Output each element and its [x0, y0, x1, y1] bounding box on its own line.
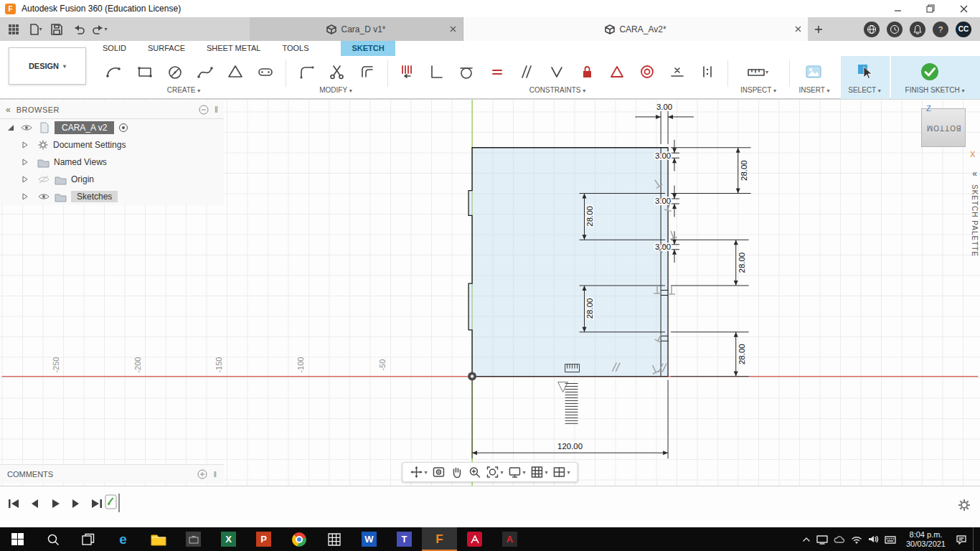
- browser-item-document-settings[interactable]: Document Settings: [0, 136, 224, 154]
- show-desktop-button[interactable]: [973, 527, 977, 551]
- timeline-sketch-feature[interactable]: [105, 494, 122, 512]
- save-button[interactable]: [47, 20, 66, 39]
- polygon-tool-button[interactable]: [222, 60, 248, 84]
- touch-keyboard-icon[interactable]: [885, 535, 896, 544]
- circle-plus-icon[interactable]: [197, 469, 207, 479]
- select-tool-button[interactable]: [852, 60, 878, 84]
- tab-close-button[interactable]: [450, 24, 456, 34]
- grid-settings-button[interactable]: ▾: [530, 465, 549, 479]
- sketch-profile[interactable]: [468, 148, 668, 377]
- minimize-button[interactable]: [881, 0, 914, 17]
- acrobat-taskbar-icon[interactable]: A: [492, 527, 527, 551]
- go-to-start-button[interactable]: [6, 496, 22, 512]
- task-view-button[interactable]: [70, 527, 105, 551]
- slot-tool-button[interactable]: [253, 60, 278, 84]
- powerpoint-taskbar-icon[interactable]: P: [246, 527, 281, 551]
- viewcube[interactable]: BOTTOM: [921, 108, 966, 147]
- edge-taskbar-icon[interactable]: e: [105, 527, 141, 551]
- curvature-constraint-button[interactable]: [604, 60, 630, 84]
- tab-close-button[interactable]: [795, 24, 801, 34]
- dimension-3mm-top[interactable]: 3.00: [635, 103, 694, 144]
- coincident-constraint-button[interactable]: [393, 60, 419, 84]
- app-grid-button[interactable]: [4, 20, 23, 39]
- go-to-end-button[interactable]: [89, 496, 105, 512]
- notifications-button[interactable]: [910, 22, 925, 37]
- help-button[interactable]: ?: [933, 22, 948, 37]
- browser-item-origin[interactable]: Origin: [0, 171, 224, 188]
- fillet-tool-button[interactable]: [294, 60, 320, 84]
- group-inspect[interactable]: INSPECT ▾: [729, 86, 788, 94]
- circle-minus-icon[interactable]: [199, 105, 209, 115]
- tab-sheet-metal[interactable]: SHEET METAL: [196, 41, 271, 56]
- panel-grip-icon[interactable]: ‖: [215, 105, 218, 115]
- browser-item-sketches[interactable]: Sketches: [0, 188, 224, 205]
- new-tab-button[interactable]: [808, 17, 829, 41]
- expander-icon[interactable]: [22, 176, 29, 183]
- extension-button[interactable]: [864, 22, 880, 37]
- trim-tool-button[interactable]: [324, 60, 350, 84]
- symmetry-constraint-button[interactable]: [694, 60, 720, 84]
- volume-icon[interactable]: [868, 534, 879, 544]
- undo-button[interactable]: [69, 20, 88, 39]
- job-status-button[interactable]: [887, 22, 903, 37]
- dimension-28mm[interactable]: 28.00: [671, 240, 749, 286]
- start-button[interactable]: [0, 527, 35, 551]
- chrome-taskbar-icon[interactable]: [281, 527, 316, 551]
- group-finish-sketch[interactable]: FINISH SKETCH ▾: [891, 86, 979, 94]
- midpoint-constraint-button[interactable]: [664, 60, 690, 84]
- expand-panel-icon[interactable]: «: [972, 169, 977, 179]
- equal-constraint-button[interactable]: [484, 60, 509, 84]
- file-menu-button[interactable]: ▾: [26, 20, 44, 39]
- expander-icon[interactable]: [22, 193, 29, 200]
- group-constraints[interactable]: CONSTRAINTS ▾: [390, 86, 725, 94]
- group-modify[interactable]: MODIFY ▾: [286, 86, 386, 94]
- onedrive-cloud-icon[interactable]: [834, 535, 845, 544]
- dimension-28mm[interactable]: 28.00: [671, 148, 751, 194]
- taskbar-clock[interactable]: 8:04 p.m. 30/03/2021: [902, 530, 950, 548]
- browser-item-named-views[interactable]: Named Views: [0, 154, 224, 171]
- timeline-settings-button[interactable]: [957, 498, 971, 515]
- pinned-app-icon[interactable]: [176, 527, 211, 551]
- wifi-icon[interactable]: [851, 535, 862, 544]
- horizontal-vertical-constraint-button[interactable]: [423, 60, 449, 84]
- taskbar-search-button[interactable]: [35, 527, 70, 551]
- red-app-icon[interactable]: [457, 527, 492, 551]
- word-taskbar-icon[interactable]: W: [352, 527, 387, 551]
- browser-root-row[interactable]: CARA_A v2: [0, 119, 224, 136]
- rectangle-tool-button[interactable]: [132, 60, 158, 84]
- expander-icon[interactable]: [22, 141, 29, 149]
- parallel-constraint-button[interactable]: [514, 60, 540, 84]
- concentric-constraint-button[interactable]: [634, 60, 660, 84]
- eye-icon[interactable]: [20, 123, 33, 133]
- file-explorer-taskbar-icon[interactable]: [141, 527, 176, 551]
- insert-image-button[interactable]: [801, 60, 826, 84]
- measure-tool-button[interactable]: ▾: [745, 60, 771, 84]
- document-tab-active[interactable]: CARA_Av2*: [463, 17, 808, 41]
- fusion360-taskbar-icon[interactable]: F: [422, 527, 457, 551]
- eye-off-icon[interactable]: [37, 174, 50, 184]
- display-settings-button[interactable]: ▾: [507, 465, 526, 479]
- tab-tools[interactable]: TOOLS: [271, 41, 319, 56]
- finish-sketch-button[interactable]: [915, 58, 944, 85]
- fix-constraint-button[interactable]: [574, 60, 600, 84]
- user-avatar[interactable]: CC: [956, 22, 971, 37]
- document-tab-inactive[interactable]: Cara_D v1*: [250, 17, 463, 41]
- perpendicular-constraint-button[interactable]: [544, 60, 570, 84]
- show-hidden-icons-chevron[interactable]: [802, 536, 811, 543]
- viewports-button[interactable]: ▾: [552, 465, 571, 479]
- eye-icon[interactable]: [37, 192, 50, 202]
- circle-tool-button[interactable]: [162, 60, 188, 84]
- teams-taskbar-icon[interactable]: T: [387, 527, 422, 551]
- restore-button[interactable]: [914, 0, 947, 17]
- pan-button[interactable]: [449, 465, 463, 479]
- step-back-button[interactable]: [27, 496, 42, 512]
- sketch-palette-collapsed[interactable]: « SKETCH PALETTE: [971, 169, 979, 257]
- spreadsheet-grid-app-icon[interactable]: [316, 527, 352, 551]
- action-center-icon[interactable]: [956, 534, 967, 545]
- comments-panel[interactable]: COMMENTS ‖: [0, 464, 224, 484]
- tab-surface[interactable]: SURFACE: [137, 41, 196, 56]
- zoom-button[interactable]: [467, 465, 481, 479]
- play-button[interactable]: [47, 496, 63, 512]
- workspace-selector[interactable]: DESIGN▾: [9, 47, 86, 85]
- activate-radio-icon[interactable]: [118, 123, 128, 133]
